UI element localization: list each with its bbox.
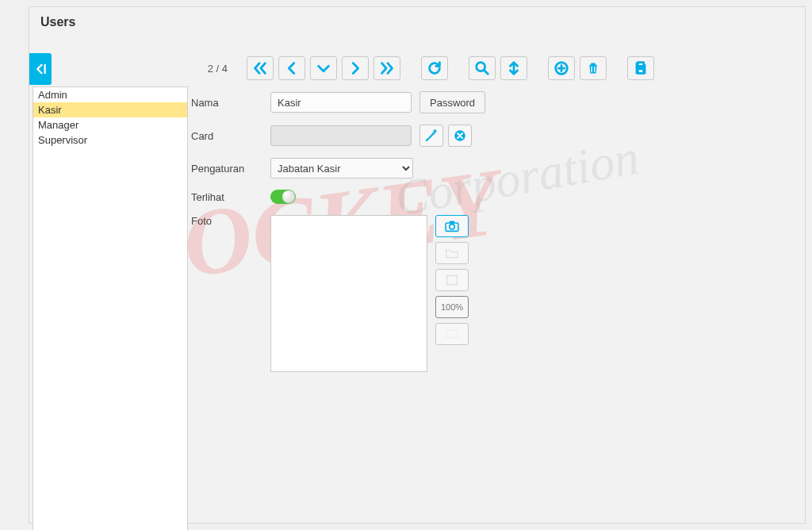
sort-button[interactable]: [500, 56, 527, 80]
card-input[interactable]: [270, 125, 412, 146]
down-button[interactable]: [310, 56, 337, 80]
svg-rect-3: [638, 63, 643, 67]
svg-rect-9: [447, 275, 458, 284]
terlihat-toggle[interactable]: [270, 190, 296, 204]
search-button[interactable]: [469, 56, 496, 80]
folder-icon: [444, 247, 460, 259]
last-button[interactable]: [373, 56, 400, 80]
toggle-knob: [282, 190, 295, 203]
delete-button[interactable]: [580, 56, 607, 80]
user-list-item[interactable]: Kasir: [33, 102, 187, 117]
password-button[interactable]: Password: [419, 91, 485, 113]
sort-icon: [505, 60, 523, 77]
pengaturan-select[interactable]: Jabatan Kasir: [270, 158, 413, 179]
photo-buttons: 100%: [435, 215, 469, 345]
svg-rect-10: [447, 330, 458, 338]
camera-icon: [444, 220, 460, 232]
label-terlihat: Terlihat: [191, 191, 270, 203]
refresh-icon: [426, 60, 443, 77]
svg-rect-8: [450, 221, 454, 224]
user-list-item[interactable]: Supervisor: [33, 132, 187, 148]
nama-input[interactable]: [270, 92, 412, 113]
content-area: HOCKEY Corporation 2 / 4: [29, 47, 805, 523]
wand-icon: [424, 129, 439, 143]
refresh-button[interactable]: [421, 56, 448, 80]
svg-point-7: [450, 225, 454, 229]
photo-clear-button[interactable]: [435, 323, 469, 345]
chevrons-right-icon: [378, 60, 396, 77]
next-button[interactable]: [342, 56, 369, 80]
chevron-left-icon: [283, 60, 301, 77]
label-nama: Nama: [191, 97, 270, 109]
chevron-down-icon: [315, 60, 332, 77]
chevrons-left-icon: [251, 60, 269, 77]
record-counter: 2 / 4: [188, 63, 228, 75]
save-button[interactable]: [627, 56, 654, 80]
svg-rect-4: [638, 69, 643, 74]
label-card: Card: [191, 130, 270, 142]
toolbar: 2 / 4: [188, 56, 654, 80]
photo-camera-button[interactable]: [435, 215, 469, 237]
users-panel: Users HOCKEY Corporation 2 / 4: [29, 6, 806, 524]
save-icon: [632, 60, 649, 77]
user-list-item[interactable]: Manager: [33, 117, 187, 132]
label-pengaturan: Pengaturan: [191, 163, 270, 175]
chevron-right-icon: [347, 60, 364, 77]
user-list-item[interactable]: Admin: [33, 87, 187, 102]
first-button[interactable]: [247, 56, 274, 80]
photo-preview: [270, 215, 427, 372]
plus-circle-icon: [553, 60, 570, 77]
prev-button[interactable]: [278, 56, 305, 80]
add-button[interactable]: [548, 56, 575, 80]
panel-title: Users: [29, 7, 805, 40]
trash-icon: [584, 60, 602, 77]
photo-save-button[interactable]: [435, 269, 469, 291]
blank-icon: [444, 328, 460, 340]
label-foto: Foto: [191, 215, 270, 227]
search-icon: [473, 60, 491, 77]
photo-zoom-button[interactable]: 100%: [435, 296, 469, 318]
disk-icon: [444, 274, 460, 286]
user-form: Nama Password Card: [191, 91, 485, 383]
close-circle-icon: [453, 129, 467, 143]
card-wizard-button[interactable]: [419, 125, 443, 147]
photo-open-button[interactable]: [435, 242, 469, 264]
user-list[interactable]: AdminKasirManagerSupervisor: [33, 86, 188, 530]
card-clear-button[interactable]: [448, 125, 472, 147]
